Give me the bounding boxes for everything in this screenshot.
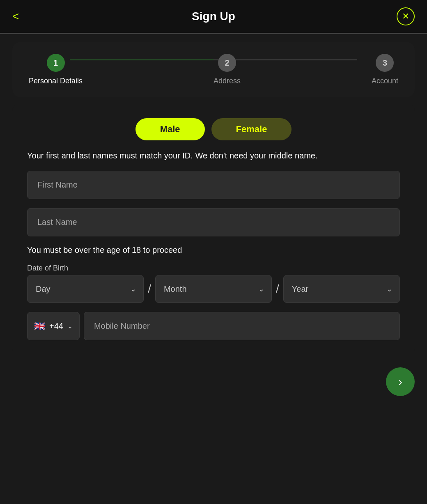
mobile-number-input[interactable] xyxy=(84,312,400,340)
step-2-circle: 2 xyxy=(218,54,236,72)
year-select[interactable]: Year 2006200520042003 2002200120001999 1… xyxy=(283,275,400,303)
page-title: Sign Up xyxy=(192,10,235,23)
phone-row: 🇬🇧 +44 ⌄ xyxy=(27,312,400,340)
gender-toggle: Male Female xyxy=(27,118,400,140)
dob-selects: Day 12345 678910 1112131415 1617181920 2… xyxy=(27,275,400,303)
first-name-input[interactable] xyxy=(27,171,400,199)
age-notice: You must be over the age of 18 to procee… xyxy=(27,245,400,255)
step-1: 1 Personal Details xyxy=(29,54,83,85)
id-notice: Your first and last names must match you… xyxy=(27,149,400,162)
year-select-wrapper: Year 2006200520042003 2002200120001999 1… xyxy=(283,275,400,303)
step-2-label: Address xyxy=(214,77,241,85)
country-code-selector[interactable]: 🇬🇧 +44 ⌄ xyxy=(27,312,80,340)
step-1-circle: 1 xyxy=(47,54,65,72)
country-code-label: +44 xyxy=(49,321,63,331)
step-3-label: Account xyxy=(372,77,398,85)
step-2: 2 Address xyxy=(214,54,241,85)
next-icon: › xyxy=(398,375,402,389)
next-button[interactable]: › xyxy=(386,367,415,396)
dob-label: Date of Birth xyxy=(27,264,400,273)
last-name-input[interactable] xyxy=(27,208,400,236)
day-select-wrapper: Day 12345 678910 1112131415 1617181920 2… xyxy=(27,275,144,303)
dob-section: Date of Birth Day 12345 678910 111213141… xyxy=(27,264,400,303)
female-button[interactable]: Female xyxy=(211,118,292,140)
step-indicator: 1 Personal Details 2 Address 3 Account xyxy=(12,42,415,97)
month-select[interactable]: Month JanuaryFebruaryMarch AprilMayJune … xyxy=(155,275,272,303)
step-1-label: Personal Details xyxy=(29,77,83,85)
main-content: 1 Personal Details 2 Address 3 Account M… xyxy=(0,34,427,412)
step-3: 3 Account xyxy=(372,54,398,85)
day-select[interactable]: Day 12345 678910 1112131415 1617181920 2… xyxy=(27,275,144,303)
back-button[interactable]: < xyxy=(12,10,19,23)
uk-flag-icon: 🇬🇧 xyxy=(34,321,45,332)
form-card: Male Female Your first and last names mu… xyxy=(12,103,415,357)
header: < Sign Up ✕ xyxy=(0,0,427,33)
slash-2: / xyxy=(272,282,283,296)
slash-1: / xyxy=(144,282,155,296)
month-select-wrapper: Month JanuaryFebruaryMarch AprilMayJune … xyxy=(155,275,272,303)
male-button[interactable]: Male xyxy=(135,118,205,140)
step-3-circle: 3 xyxy=(376,54,394,72)
close-button[interactable]: ✕ xyxy=(397,7,415,25)
next-btn-wrapper: › xyxy=(12,363,415,404)
country-chevron-icon: ⌄ xyxy=(67,322,73,330)
